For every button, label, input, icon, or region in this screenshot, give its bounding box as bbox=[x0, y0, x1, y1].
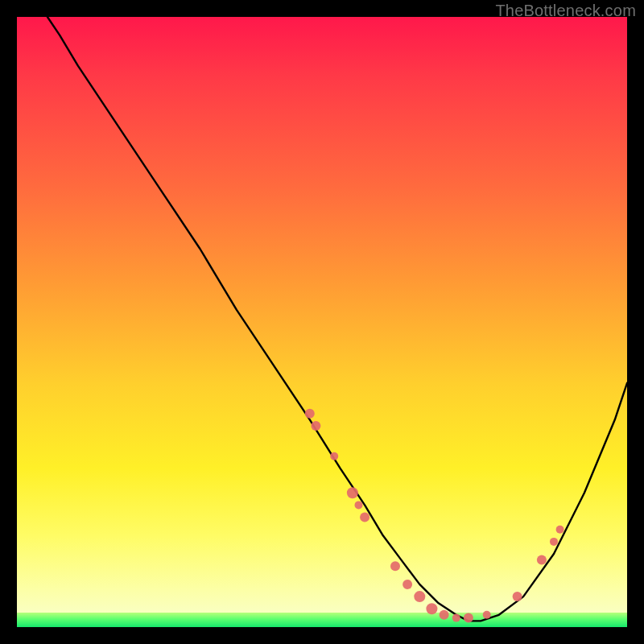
chart-container: TheBottleneck.com bbox=[0, 0, 644, 644]
data-point bbox=[513, 592, 522, 601]
data-point bbox=[464, 613, 473, 623]
data-point bbox=[402, 580, 412, 589]
data-point bbox=[537, 555, 547, 565]
data-point bbox=[305, 409, 315, 419]
chart-svg bbox=[17, 17, 627, 627]
data-point bbox=[347, 487, 358, 498]
data-point bbox=[483, 611, 491, 619]
data-point bbox=[414, 591, 425, 602]
data-point bbox=[440, 610, 449, 620]
data-point bbox=[311, 421, 320, 431]
data-point bbox=[355, 501, 363, 509]
data-point bbox=[556, 526, 564, 534]
data-point bbox=[390, 561, 400, 571]
plot-area bbox=[17, 17, 627, 627]
data-point bbox=[360, 513, 369, 522]
data-point bbox=[426, 603, 437, 614]
data-point bbox=[452, 614, 460, 622]
watermark-text: TheBottleneck.com bbox=[495, 2, 636, 20]
bottleneck-curve bbox=[47, 17, 627, 621]
data-point bbox=[330, 452, 338, 460]
curve-layer bbox=[47, 17, 627, 621]
data-point bbox=[550, 538, 558, 546]
marker-layer bbox=[305, 409, 564, 623]
